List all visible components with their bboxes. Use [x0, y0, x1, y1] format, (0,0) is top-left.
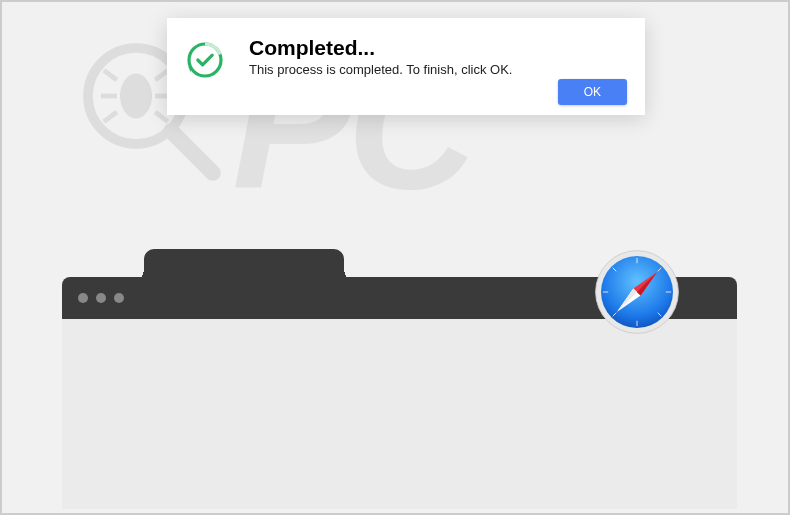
svg-line-7 — [104, 112, 117, 122]
browser-content-area — [62, 319, 737, 509]
minimize-window-icon[interactable] — [96, 293, 106, 303]
close-window-icon[interactable] — [78, 293, 88, 303]
safari-browser-icon[interactable] — [592, 247, 682, 337]
dialog-message: This process is completed. To finish, cl… — [249, 62, 627, 77]
completed-dialog: Completed... This process is completed. … — [167, 18, 645, 115]
svg-point-2 — [120, 74, 152, 119]
window-controls — [78, 293, 124, 303]
checkmark-circle-icon — [185, 40, 225, 84]
dialog-content: Completed... This process is completed. … — [249, 36, 627, 77]
maximize-window-icon[interactable] — [114, 293, 124, 303]
svg-line-3 — [104, 70, 117, 80]
dialog-button-row: OK — [558, 79, 627, 105]
browser-tab[interactable] — [144, 249, 344, 284]
ok-button[interactable]: OK — [558, 79, 627, 105]
svg-line-1 — [171, 131, 213, 173]
dialog-title: Completed... — [249, 36, 627, 60]
